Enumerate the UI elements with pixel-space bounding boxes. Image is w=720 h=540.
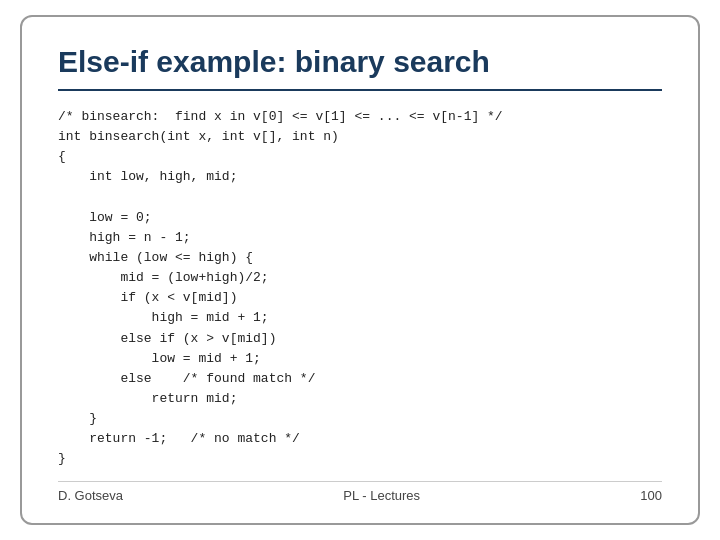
slide-title: Else-if example: binary search	[58, 45, 662, 79]
footer: D. Gotseva PL - Lectures 100	[58, 481, 662, 503]
title-underline	[58, 89, 662, 91]
footer-center: PL - Lectures	[343, 488, 420, 503]
code-block: /* binsearch: find x in v[0] <= v[1] <= …	[58, 107, 662, 471]
footer-left: D. Gotseva	[58, 488, 123, 503]
footer-right: 100	[640, 488, 662, 503]
slide: Else-if example: binary search /* binsea…	[20, 15, 700, 525]
